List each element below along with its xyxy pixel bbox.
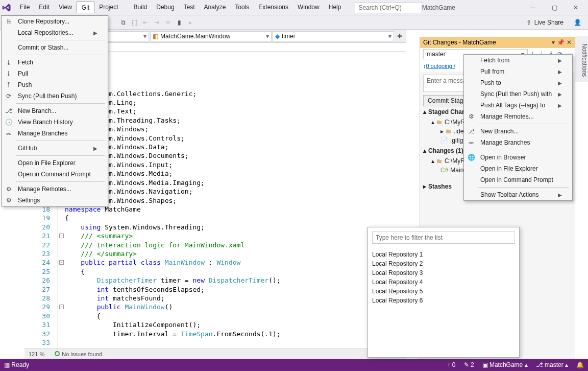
selection-icon[interactable]: ⬚ [130,18,139,27]
menu-analyze[interactable]: Analyze [200,2,231,13]
menu-window[interactable]: Window [293,2,324,13]
branch-icon: ⎇ [467,128,475,135]
menu-tools[interactable]: Tools [230,2,254,13]
menu-item-settings[interactable]: ⚙Settings [2,195,108,206]
zoom-level[interactable]: 121 % [29,351,44,357]
menu-item-label: Open in Browser [480,154,526,161]
menu-item-push-to[interactable]: Push to▶ [464,77,572,88]
status-repo[interactable]: ▣ MatchGame ▴ [482,361,528,368]
menu-item-label: Open in Command Prompt [480,176,553,183]
menu-build[interactable]: Build [129,2,152,13]
class-combo[interactable]: ◧MatchGame.MainWindow▾ [150,31,272,41]
titlebar: File Edit View Git Project Build Debug T… [0,0,588,15]
menu-item-fetch[interactable]: ⭳Fetch [2,57,108,68]
browser-icon: 🌐 [467,154,475,161]
menu-item-push-all-tags-tags-to[interactable]: Push All Tags (--tags) to▶ [464,100,572,111]
repo-list-item[interactable]: Local Repository 2 [372,259,515,268]
bookmark-icon[interactable]: ▮ [175,18,184,27]
status-branch[interactable]: ⎇ master ▴ [536,361,568,368]
menu-item-open-in-command-prompt[interactable]: Open in Command Prompt [2,169,108,180]
menu-item-github[interactable]: GitHub▶ [2,143,108,154]
menu-item-manage-remotes[interactable]: ⚙Manage Remotes... [464,111,572,122]
status-bell-icon[interactable]: 🔔 [576,361,584,368]
settings-icon: ⚙ [5,197,13,204]
menu-item-push[interactable]: ⭱Push [2,79,108,90]
menu-item-open-in-file-explorer[interactable]: Open in File Explorer [464,163,572,174]
menu-debug[interactable]: Debug [152,2,179,13]
repo-list-item[interactable]: Local Repository 5 [372,287,515,296]
menu-item-open-in-file-explorer[interactable]: Open in File Explorer [2,157,108,169]
search-input[interactable]: Search (Ctrl+Q) [355,2,422,13]
repo-list-item[interactable]: Local Repository 4 [372,277,515,287]
user-icon[interactable]: 👤 [573,18,582,27]
menu-item-label: Show Toolbar Actions [480,191,539,198]
issues-indicator[interactable]: No issues found [55,351,102,357]
menu-item-new-branch[interactable]: ⎇New Branch... [2,105,108,117]
split-icon[interactable]: ✚ [395,32,404,41]
menu-item-view-branch-history[interactable]: 🕓View Branch History [2,117,108,128]
remotes-icon: ⚙ [5,186,13,193]
menu-item-local-repositories[interactable]: Local Repositories...▶ [2,27,108,38]
pin-icon[interactable]: ▾ [552,39,555,46]
menu-extensions[interactable]: Extensions [254,2,293,13]
live-share-icon: ⇪ [526,19,531,26]
menu-item-label: Push [18,81,32,88]
menu-test[interactable]: Test [179,2,200,13]
submenu-arrow-icon: ▶ [558,58,562,63]
pin-panel-icon[interactable]: 📌 [557,39,565,46]
menu-git[interactable]: Git [77,2,94,13]
menu-project[interactable]: Project [94,2,122,13]
menu-item-open-in-browser[interactable]: 🌐Open in Browser [464,152,572,163]
menu-item-show-toolbar-actions[interactable]: Show Toolbar Actions▶ [464,189,572,200]
copy-icon[interactable]: ⧉ [118,18,128,27]
next-icon[interactable]: ▸ [186,18,195,27]
menu-item-commit-or-stash[interactable]: Commit or Stash... [2,42,108,53]
folder-icon: 🖿 [436,119,443,126]
menu-item-manage-remotes[interactable]: ⚙Manage Remotes... [2,183,108,195]
menu-item-sync-pull-then-push[interactable]: ⟳Sync (Pull then Push) [2,90,108,102]
git-menu-dropdown: ⎘Clone Repository...Local Repositories..… [1,15,108,206]
outgoing-link[interactable]: 0 outgoing / [426,63,456,69]
menu-item-label: Manage Branches [18,130,67,137]
minimize-button[interactable]: ─ [523,0,543,15]
code-area[interactable]: ;using System.Collections.Generic;using … [65,52,406,350]
outdent-icon[interactable]: ⇥ [152,18,161,27]
menu-item-sync-pull-then-push-with[interactable]: Sync (Pull then Push) with▶ [464,88,572,100]
maximize-button[interactable]: ▢ [544,0,565,15]
menu-item-manage-branches[interactable]: ⫘Manage Branches [464,137,572,148]
menu-item-open-in-command-prompt[interactable]: Open in Command Prompt [464,174,572,186]
menu-help[interactable]: Help [324,2,346,13]
live-share-label: Live Share [534,19,564,26]
comment-icon[interactable]: ≡ [163,18,173,27]
menu-edit[interactable]: Edit [34,2,54,13]
member-combo[interactable]: ◆timer▾ [273,31,394,41]
close-button[interactable]: ✕ [566,0,586,15]
menu-item-clone-repository[interactable]: ⎘Clone Repository... [2,16,108,27]
menu-item-pull[interactable]: ⭳Pull [2,68,108,79]
submenu-arrow-icon: ▶ [558,91,562,97]
status-incoming[interactable]: ✎ 2 [464,361,474,368]
menu-item-fetch-from[interactable]: Fetch from▶ [464,55,572,66]
menu-item-label: Clone Repository... [18,18,69,25]
pull-icon: ⭳ [5,70,13,77]
submenu-arrow-icon: ▶ [93,30,97,36]
menu-item-label: Commit or Stash... [18,44,68,51]
submenu-arrow-icon: ▶ [558,69,562,75]
menu-item-manage-branches[interactable]: ⫘Manage Branches [2,128,108,139]
submenu-arrow-icon: ▶ [558,192,562,198]
menu-item-label: Manage Remotes... [480,113,534,120]
menu-view[interactable]: View [54,2,77,13]
live-share-button[interactable]: ⇪ Live Share [526,19,564,26]
menu-item-pull-from[interactable]: Pull from▶ [464,66,572,77]
repo-list-item[interactable]: Local Repository 6 [372,296,515,305]
menu-file[interactable]: File [15,2,34,13]
status-outgoing[interactable]: ↑ 0 [448,361,456,368]
notifications-tab[interactable]: Notifications [575,36,588,82]
repo-list-item[interactable]: Local Repository 3 [372,268,515,277]
indent-icon[interactable]: ⇤ [141,18,150,27]
menu-item-new-branch[interactable]: ⎇New Branch... [464,126,572,137]
menu-item-label: Pull [18,70,28,77]
close-panel-icon[interactable]: ✕ [567,39,572,46]
repo-list-item[interactable]: Local Repository 1 [372,250,515,259]
repo-filter-input[interactable]: Type here to filter the list [372,231,515,244]
